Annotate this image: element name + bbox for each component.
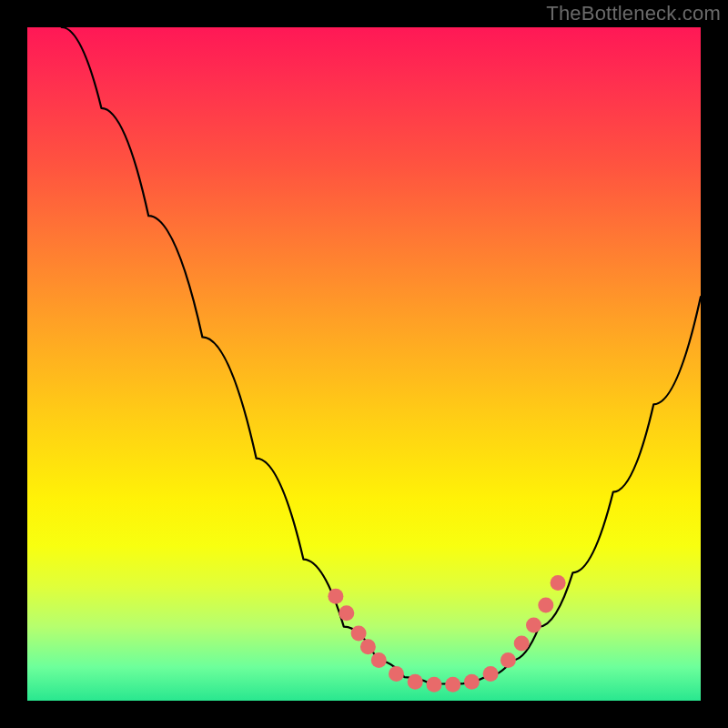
watermark-text: TheBottleneck.com <box>546 2 721 25</box>
red-dot <box>408 674 423 690</box>
red-dot <box>339 605 354 621</box>
red-dot <box>551 575 566 591</box>
red-dots-group <box>328 575 565 693</box>
red-dot <box>514 636 530 652</box>
chart-frame: TheBottleneck.com <box>0 0 728 728</box>
black-curve <box>62 27 701 684</box>
red-dot <box>464 674 480 690</box>
red-dot <box>483 666 499 682</box>
red-dot <box>538 597 553 612</box>
red-dot <box>351 626 367 642</box>
red-dot <box>389 666 404 682</box>
plot-area <box>27 27 701 701</box>
red-dot <box>328 589 343 604</box>
red-dot <box>500 652 516 668</box>
red-dot <box>526 618 541 633</box>
curve-layer <box>27 27 701 701</box>
red-dot <box>360 639 376 654</box>
red-dot <box>445 677 460 693</box>
red-dot <box>371 652 387 668</box>
red-dot <box>427 677 442 693</box>
